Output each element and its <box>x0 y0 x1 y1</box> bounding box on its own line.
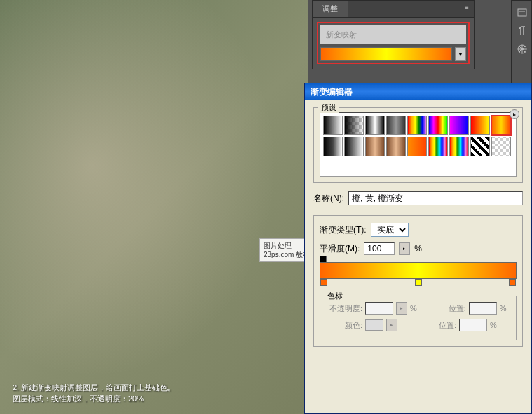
gradient-preview-strip[interactable] <box>320 47 452 61</box>
color-stop[interactable] <box>415 279 422 286</box>
preset-swatch[interactable] <box>386 116 406 135</box>
presets-menu-button[interactable]: ▸ <box>510 109 519 119</box>
preset-swatch[interactable] <box>365 116 385 135</box>
canvas-photo <box>0 0 308 414</box>
preset-swatch[interactable] <box>449 116 469 135</box>
adjustment-highlight: 新变映射 ▼ <box>317 22 470 64</box>
dialog-title: 渐变编辑器 <box>311 86 353 98</box>
opacity-spinner: ▸ <box>396 302 407 315</box>
preset-swatch[interactable] <box>365 137 385 156</box>
stops-section: 色标 不透明度: ▸ % 位置: % 颜色: ▸ 位置: % <box>320 296 517 340</box>
preset-swatch[interactable] <box>323 137 343 156</box>
color-stop[interactable] <box>509 279 516 286</box>
name-label: 名称(N): <box>313 193 344 205</box>
position-label: 位置: <box>418 320 456 331</box>
gradient-type-label: 渐变类型(T): <box>320 224 367 236</box>
opacity-label: 不透明度: <box>325 303 362 314</box>
gradient-editor-dialog: 渐变编辑器 预设 ▸ <box>304 83 532 414</box>
percent-label: % <box>490 321 497 329</box>
preset-swatch[interactable] <box>470 116 490 135</box>
preset-swatch[interactable] <box>344 116 364 135</box>
preset-swatch[interactable] <box>491 137 511 156</box>
tutorial-caption-1: 2. 新建渐变映射调整图层，给画面打上基础色。 <box>13 382 175 393</box>
color-spinner: ▸ <box>386 319 397 331</box>
percent-label: % <box>410 304 417 312</box>
presets-section: 预设 ▸ <box>313 107 523 183</box>
opacity-input <box>365 302 393 315</box>
color-label: 颜色: <box>325 320 362 331</box>
tab-adjustments[interactable]: 调整 <box>313 1 348 17</box>
opacity-stop[interactable] <box>320 256 327 263</box>
preset-swatch[interactable] <box>407 137 427 156</box>
smoothness-label: 平滑度(M): <box>320 243 360 255</box>
panel-menu-button[interactable]: ≡ <box>460 1 474 17</box>
smoothness-spinner[interactable]: ▸ <box>399 242 410 255</box>
gradient-bar[interactable] <box>320 262 517 279</box>
svg-rect-0 <box>518 9 526 16</box>
preset-swatch[interactable] <box>386 137 406 156</box>
presets-label: 预设 <box>318 102 339 113</box>
presets-grid[interactable] <box>320 112 517 177</box>
adjustment-subtitle: 新变映射 <box>320 25 466 44</box>
stops-label: 色标 <box>325 291 346 301</box>
adjustments-panel: 调整 ≡ 新变映射 ▼ <box>312 0 475 69</box>
percent-label: % <box>500 304 507 312</box>
gradient-bar-editor[interactable] <box>320 262 517 287</box>
preset-swatch[interactable] <box>470 137 490 156</box>
preset-swatch[interactable] <box>344 137 364 156</box>
preset-swatch[interactable] <box>323 116 343 135</box>
preset-swatch[interactable] <box>407 116 427 135</box>
color-chip <box>365 319 383 331</box>
wheel-icon[interactable] <box>516 43 528 55</box>
position-label: 位置: <box>428 303 466 314</box>
paragraph-icon[interactable] <box>516 25 528 37</box>
tutorial-caption-2: 图层模式：线性加深，不透明度：20% <box>13 394 144 404</box>
preset-swatch[interactable] <box>428 116 448 135</box>
opacity-position-input <box>469 302 497 315</box>
right-toolbar <box>511 0 532 91</box>
gradient-dropdown-button[interactable]: ▼ <box>455 47 466 61</box>
gradient-type-section: 渐变类型(T): 实底 平滑度(M): ▸ % <box>313 215 523 347</box>
percent-label: % <box>414 244 422 254</box>
preset-swatch-selected[interactable] <box>491 116 511 135</box>
gradient-name-input[interactable] <box>348 191 523 205</box>
color-position-input <box>459 319 487 331</box>
adjustments-tabs: 调整 ≡ <box>313 1 474 18</box>
history-icon[interactable] <box>516 6 528 19</box>
color-stop[interactable] <box>320 279 327 286</box>
gradient-type-select[interactable]: 实底 <box>371 223 409 237</box>
preset-swatch[interactable] <box>449 137 469 156</box>
dialog-titlebar[interactable]: 渐变编辑器 <box>305 83 531 100</box>
smoothness-input[interactable] <box>364 242 395 255</box>
preset-swatch[interactable] <box>428 137 448 156</box>
